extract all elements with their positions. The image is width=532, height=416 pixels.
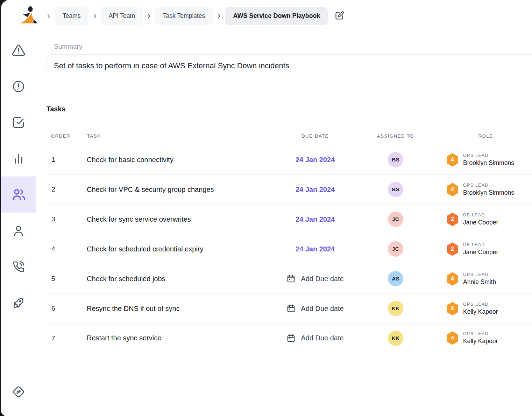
assigned-to-cell: BS xyxy=(352,152,439,167)
phone-call-icon xyxy=(12,260,25,273)
assignee-avatar[interactable]: BS xyxy=(388,152,403,167)
role-level-badge-icon: 4 xyxy=(446,331,459,345)
role-text: Ops Lead Brooklyn Simmons xyxy=(463,183,514,196)
summary-label: Summary xyxy=(54,43,532,50)
role-level-number: 4 xyxy=(446,302,459,316)
role-label: Ops Lead xyxy=(463,272,496,277)
task-row[interactable]: 4 Check for scheduled credential expiry … xyxy=(47,234,532,264)
assigned-to-cell: AS xyxy=(352,271,439,286)
app-window: Teams API Team Task Templates AWS Servic… xyxy=(1,0,532,416)
role-text: Ops Lead Brooklyn Simmons xyxy=(463,153,514,167)
assignee-avatar[interactable]: KK xyxy=(388,331,403,346)
task-name: Resync the DNS if out of sync xyxy=(87,305,278,313)
role-name: Jane Cooper xyxy=(463,249,498,256)
assignee-avatar[interactable]: BS xyxy=(388,182,403,197)
breadcrumb: Teams API Team Task Templates AWS Servic… xyxy=(55,7,328,25)
assignee-avatar[interactable]: JC xyxy=(388,241,403,257)
users-icon xyxy=(12,188,26,202)
sidebar-item-tasks[interactable] xyxy=(1,104,36,140)
role-name: Annie Smith xyxy=(463,278,496,286)
role-label: DB Lead xyxy=(463,242,498,247)
task-order: 3 xyxy=(47,215,87,223)
edit-playbook-name-button[interactable] xyxy=(335,11,345,21)
chevron-right-icon xyxy=(216,13,222,19)
add-due-date-label: Add Due date xyxy=(301,275,343,283)
role-cell: 2 DB Lead Jane Cooper xyxy=(439,242,532,256)
column-header-task: Task xyxy=(87,133,278,139)
sidebar-item-on-call[interactable] xyxy=(1,249,36,285)
breadcrumb-item-api-team[interactable]: API Team xyxy=(101,7,143,25)
assignee-avatar[interactable]: AS xyxy=(388,271,403,286)
due-date-value[interactable]: 24 Jan 2024 xyxy=(296,215,335,223)
role-label: Ops Lead xyxy=(463,183,514,188)
role-level-badge-icon: 2 xyxy=(446,242,459,256)
due-date-value[interactable]: 24 Jan 2024 xyxy=(296,245,335,253)
column-header-order: Order xyxy=(47,133,87,139)
assigned-to-cell: KK xyxy=(352,301,439,316)
assigned-to-cell: KK xyxy=(352,331,439,346)
alert-triangle-icon xyxy=(12,43,26,57)
role-name: Kelly Kapoor xyxy=(463,308,498,316)
role-cell: 4 Ops Lead Brooklyn Simmons xyxy=(439,153,532,167)
role-level-badge-icon: 2 xyxy=(446,213,459,226)
role-text: DB Lead Jane Cooper xyxy=(463,213,498,226)
role-level-badge-icon: 4 xyxy=(446,183,459,196)
add-due-date-button[interactable]: Add Due date xyxy=(286,274,343,283)
add-due-date-button[interactable]: Add Due date xyxy=(286,334,343,343)
assigned-to-cell: JC xyxy=(352,212,439,227)
sidebar-item-teams[interactable] xyxy=(1,176,36,213)
task-row[interactable]: 1 Check for basic connectivity 24 Jan 20… xyxy=(47,145,532,174)
rocket-icon xyxy=(12,296,25,310)
user-icon xyxy=(12,224,25,237)
assigned-to-cell: BS xyxy=(352,182,439,197)
sidebar-item-alerts[interactable] xyxy=(1,68,36,104)
assigned-to-cell: JC xyxy=(352,241,439,257)
due-date-cell: 24 Jan 2024 xyxy=(278,245,352,253)
breadcrumb-item-teams[interactable]: Teams xyxy=(55,7,88,25)
task-name: Check for scheduled credential expiry xyxy=(87,245,278,253)
check-square-icon xyxy=(12,116,25,129)
alert-circle-icon xyxy=(12,80,25,93)
assignee-avatar[interactable]: KK xyxy=(388,301,403,316)
role-cell: 4 Ops Lead Kelly Kapoor xyxy=(439,302,532,316)
task-row[interactable]: 2 Check for VPC & security group changes… xyxy=(47,174,532,204)
due-date-cell: Add Due date xyxy=(278,304,352,313)
task-row[interactable]: 5 Check for scheduled jobs Add Due date … xyxy=(47,264,532,293)
calendar-icon xyxy=(286,334,296,343)
add-due-date-label: Add Due date xyxy=(301,305,343,313)
role-cell: 4 Ops Lead Kelly Kapoor xyxy=(439,331,532,345)
assignee-avatar[interactable]: JC xyxy=(388,212,403,227)
app-logo[interactable] xyxy=(19,6,42,26)
chevron-right-icon xyxy=(92,13,98,19)
task-order: 2 xyxy=(47,186,87,193)
role-level-number: 2 xyxy=(446,242,459,256)
task-order: 6 xyxy=(47,305,87,312)
summary-input[interactable] xyxy=(47,54,532,77)
due-date-value[interactable]: 24 Jan 2024 xyxy=(296,156,335,164)
sidebar-item-launch[interactable] xyxy=(1,285,36,321)
column-header-assigned-to: Assigned to xyxy=(352,133,439,139)
role-text: Ops Lead Kelly Kapoor xyxy=(463,302,498,316)
task-row[interactable]: 3 Check for sync service overwrites 24 J… xyxy=(47,204,532,234)
task-table-body: 1 Check for basic connectivity 24 Jan 20… xyxy=(47,145,532,353)
sidebar-item-analytics[interactable] xyxy=(1,140,36,176)
sidebar-item-incidents[interactable] xyxy=(1,32,36,68)
chevron-right-icon xyxy=(146,13,152,19)
tasks-section: Tasks Order Task Due date Assigned to Ro… xyxy=(36,89,532,353)
chevron-right-icon xyxy=(46,13,51,19)
sidebar-item-directions[interactable] xyxy=(1,374,36,410)
role-name: Jane Cooper xyxy=(463,219,498,226)
role-level-number: 2 xyxy=(446,213,459,226)
top-header: Teams API Team Task Templates AWS Servic… xyxy=(1,0,532,32)
task-name: Restart the sync service xyxy=(87,334,278,342)
main-content: Summary Tasks Order Task Due date Assign… xyxy=(36,32,532,416)
breadcrumb-item-current-playbook[interactable]: AWS Service Down Playbook xyxy=(225,7,328,25)
due-date-value[interactable]: 24 Jan 2024 xyxy=(296,186,335,194)
bar-chart-icon xyxy=(12,152,25,165)
sidebar-item-profile[interactable] xyxy=(1,213,36,249)
task-row[interactable]: 7 Restart the sync service Add Due date … xyxy=(47,323,532,353)
breadcrumb-item-task-templates[interactable]: Task Templates xyxy=(155,7,213,25)
add-due-date-button[interactable]: Add Due date xyxy=(286,304,343,313)
task-row[interactable]: 6 Resync the DNS if out of sync Add Due … xyxy=(47,293,532,323)
role-level-number: 4 xyxy=(446,183,459,196)
